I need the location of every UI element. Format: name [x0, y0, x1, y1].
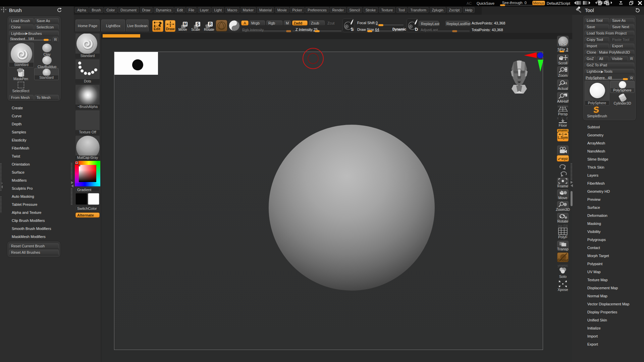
svg-text:D: D	[415, 27, 418, 32]
svg-text:y: y	[565, 164, 566, 167]
svg-text:z: z	[560, 171, 562, 174]
svg-text:x1: x1	[564, 81, 567, 85]
svg-text:S: S	[351, 27, 354, 32]
